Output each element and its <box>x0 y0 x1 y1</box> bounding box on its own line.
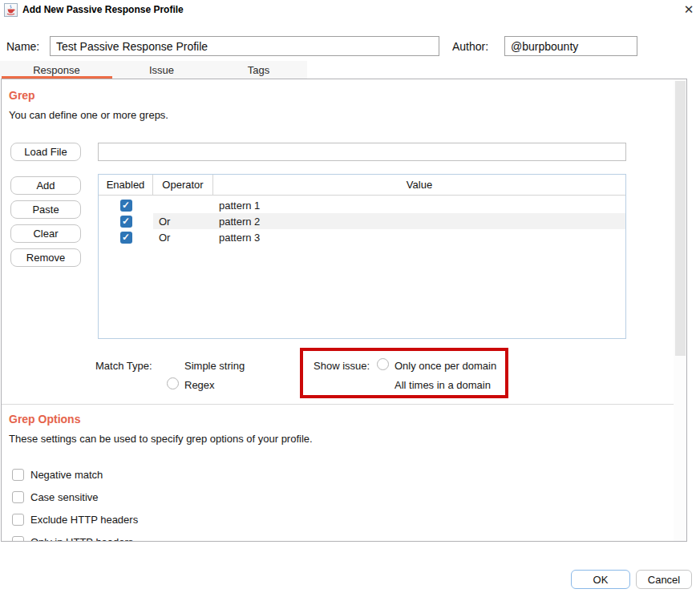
table-row[interactable]: ✓ pattern 1 <box>99 197 625 213</box>
table-row[interactable]: ✓ Or pattern 3 <box>99 229 625 245</box>
grep-section-subtitle: You can define one or more greps. <box>9 109 168 121</box>
dialog-window: Add New Passive Response Profile ✕ Name:… <box>0 0 700 597</box>
grep-section-title: Grep <box>9 89 35 102</box>
java-app-icon <box>4 3 18 17</box>
radio-only-once-per-domain[interactable] <box>377 358 389 370</box>
section-divider <box>2 404 686 405</box>
author-input[interactable] <box>504 36 637 56</box>
load-file-button[interactable]: Load File <box>10 143 81 161</box>
checkbox-row-case-sensitive[interactable]: Case sensitive <box>12 491 99 503</box>
negative-match-label: Negative match <box>30 469 103 481</box>
operator-cell: Or <box>153 213 213 229</box>
show-issue-label: Show issue: <box>314 360 370 372</box>
match-type-label: Match Type: <box>95 360 152 372</box>
table-row[interactable]: ✓ Or pattern 2 <box>99 213 625 229</box>
response-tab-panel: Grep You can define one or more greps. L… <box>1 79 687 542</box>
value-cell: pattern 2 <box>213 213 625 229</box>
enabled-cell: ✓ <box>99 216 153 228</box>
case-sensitive-checkbox[interactable] <box>12 491 24 503</box>
negative-match-checkbox[interactable] <box>12 469 24 481</box>
grep-options-title: Grep Options <box>9 413 80 426</box>
value-cell: pattern 3 <box>213 229 625 245</box>
radio-only-once-label[interactable]: Only once per domain <box>395 360 496 372</box>
greps-table-header: Enabled Operator Value <box>99 175 625 196</box>
checkbox-row-exclude-http-headers[interactable]: Exclude HTTP headers <box>12 514 138 526</box>
header-enabled[interactable]: Enabled <box>99 175 153 195</box>
close-icon[interactable]: ✕ <box>681 2 697 18</box>
radio-all-times-label[interactable]: All times in a domain <box>395 379 491 391</box>
title-bar: Add New Passive Response Profile ✕ <box>0 0 700 21</box>
case-sensitive-label: Case sensitive <box>30 491 99 503</box>
ok-button[interactable]: OK <box>571 570 630 589</box>
header-operator[interactable]: Operator <box>153 175 213 195</box>
remove-button[interactable]: Remove <box>10 248 81 267</box>
radio-regex[interactable] <box>167 377 179 389</box>
exclude-http-headers-label: Exclude HTTP headers <box>30 514 138 526</box>
only-in-http-headers-label: Only in HTTP headers <box>30 536 133 542</box>
operator-cell <box>153 197 213 213</box>
grep-options-subtitle: These settings can be used to specify gr… <box>9 433 313 445</box>
greps-table: Enabled Operator Value ✓ pattern 1 ✓ Or <box>98 174 626 339</box>
header-value[interactable]: Value <box>213 175 625 195</box>
enabled-cell: ✓ <box>99 200 153 212</box>
paste-button[interactable]: Paste <box>10 200 81 219</box>
exclude-http-headers-checkbox[interactable] <box>12 514 24 526</box>
checked-checkbox-icon[interactable]: ✓ <box>120 216 132 228</box>
add-button[interactable]: Add <box>10 176 81 195</box>
cancel-button[interactable]: Cancel <box>636 570 692 589</box>
checked-checkbox-icon[interactable]: ✓ <box>120 232 132 244</box>
operator-cell: Or <box>153 229 213 245</box>
vertical-scrollbar-thumb[interactable] <box>675 81 686 356</box>
enabled-cell: ✓ <box>99 232 153 244</box>
only-in-http-headers-checkbox[interactable] <box>12 536 24 542</box>
name-label: Name: <box>6 40 39 53</box>
checked-checkbox-icon[interactable]: ✓ <box>120 200 132 212</box>
radio-simple-string-label[interactable]: Simple string <box>184 360 245 372</box>
grep-file-input[interactable] <box>98 143 626 161</box>
java-coffee-cup-icon <box>6 5 16 15</box>
radio-regex-label[interactable]: Regex <box>184 379 215 391</box>
checkbox-row-negative-match[interactable]: Negative match <box>12 469 103 481</box>
author-label: Author: <box>452 40 488 53</box>
name-input[interactable] <box>50 36 439 56</box>
clear-button[interactable]: Clear <box>10 224 81 243</box>
checkbox-row-only-in-http-headers[interactable]: Only in HTTP headers <box>12 536 133 542</box>
tab-issue[interactable]: Issue <box>113 61 210 79</box>
tab-tags[interactable]: Tags <box>210 61 307 79</box>
value-cell: pattern 1 <box>213 197 625 213</box>
window-title: Add New Passive Response Profile <box>22 4 184 15</box>
